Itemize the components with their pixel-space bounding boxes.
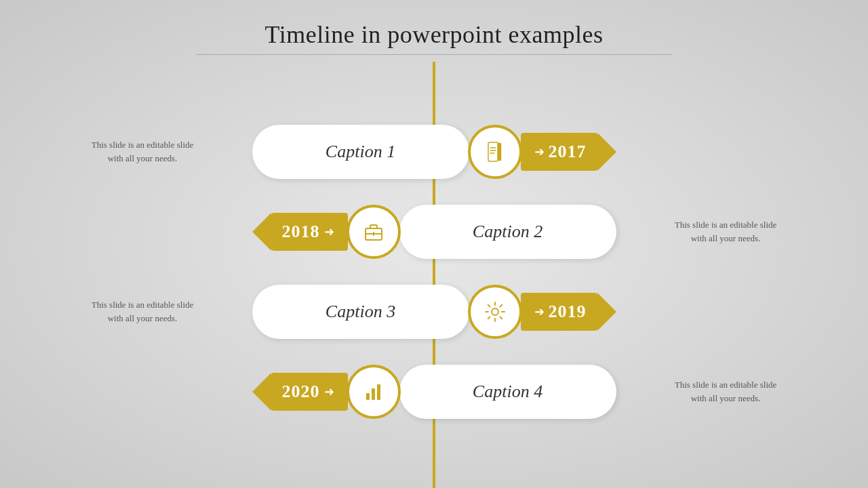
timeline-row-2: 2018 ➜ Caption 2 This slide is an editab… — [129, 195, 739, 269]
pill-3: Caption 3 — [252, 285, 469, 339]
timeline-row-4: 2020 ➜ Caption 4 This slide is an editab… — [129, 354, 739, 429]
timeline-container: This slide is an editable slide with all… — [0, 62, 868, 488]
year-1: 2017 — [549, 142, 587, 162]
pill-1: Caption 1 — [252, 125, 469, 179]
svg-point-8 — [492, 308, 498, 315]
side-text-4: This slide is an editable slide with all… — [671, 378, 780, 405]
year-banner-3: ➜ 2019 — [521, 293, 597, 331]
svg-rect-9 — [366, 393, 370, 400]
svg-rect-11 — [377, 384, 380, 400]
caption-4: Caption 4 — [473, 382, 542, 402]
svg-rect-1 — [488, 142, 498, 161]
timeline-row-1: This slide is an editable slide with all… — [129, 115, 739, 189]
arrow-right-3 — [597, 293, 616, 331]
year-2: 2018 — [282, 222, 320, 242]
caption-3: Caption 3 — [326, 302, 395, 322]
svg-rect-10 — [372, 388, 375, 400]
year-banner-4: 2020 ➜ — [271, 373, 348, 411]
caption-2: Caption 2 — [473, 222, 542, 242]
pill-4: Caption 4 — [399, 365, 616, 419]
side-text-3: This slide is an editable slide with all… — [88, 298, 197, 325]
icon-circle-1 — [468, 125, 522, 179]
side-text-2: This slide is an editable slide with all… — [671, 218, 780, 245]
icon-circle-3 — [468, 285, 522, 339]
year-banner-1: ➜ 2017 — [521, 133, 597, 171]
timeline-row-3: This slide is an editable slide with all… — [129, 274, 739, 349]
title-divider — [197, 54, 671, 55]
year-4: 2020 — [282, 382, 320, 402]
year-banner-2: 2018 ➜ — [271, 213, 348, 251]
arrow-right-1 — [597, 133, 616, 171]
pill-2: Caption 2 — [399, 205, 616, 259]
icon-circle-4 — [347, 365, 401, 419]
side-text-1: This slide is an editable slide with all… — [88, 138, 197, 165]
arrow-left-2 — [252, 213, 271, 251]
arrow-left-4 — [252, 373, 271, 411]
caption-1: Caption 1 — [326, 142, 395, 162]
icon-circle-2 — [347, 205, 401, 259]
year-3: 2019 — [549, 302, 587, 322]
slide-title: Timeline in powerpoint examples — [264, 20, 603, 49]
